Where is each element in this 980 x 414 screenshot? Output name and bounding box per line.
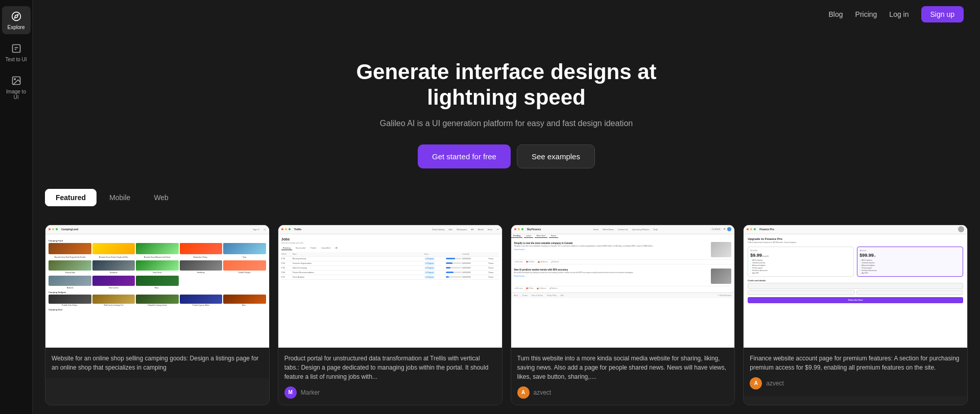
card-finance-news-author: A azvect <box>517 386 729 399</box>
tabs-section: Featured Mobile Web <box>33 189 980 225</box>
card-finance-premium-author: A azvect <box>750 377 961 389</box>
sidebar: Explore Text to UI Image to UI <box>0 0 33 414</box>
svg-rect-2 <box>12 45 20 53</box>
card-trellis-desc: Product portal for unstructured data tra… <box>284 354 496 381</box>
card-camping[interactable]: CampingLand Sign In 🛒 Camping Food <box>45 225 270 405</box>
tab-featured[interactable]: Featured <box>45 189 97 206</box>
card-trellis-avatar: M <box>284 386 297 399</box>
sidebar-item-explore[interactable]: Explore <box>2 6 31 34</box>
text-to-ui-icon <box>10 42 22 55</box>
signup-button[interactable]: Sign up <box>921 6 964 22</box>
card-camping-desc: Website for an online shop selling campi… <box>52 354 263 372</box>
card-camping-info: Website for an online shop selling campi… <box>45 348 269 378</box>
tab-mobile[interactable]: Mobile <box>99 189 141 206</box>
sidebar-item-text-to-ui-label: Text to UI <box>5 57 27 62</box>
card-finance-news-avatar: A <box>517 386 530 399</box>
card-finance-news-desc: Turn this website into a more kinda soci… <box>517 354 729 381</box>
svg-point-0 <box>12 12 20 21</box>
card-trellis-info: Product portal for unstructured data tra… <box>278 348 502 405</box>
tab-web[interactable]: Web <box>143 189 179 206</box>
explore-icon <box>10 10 22 22</box>
pricing-link[interactable]: Pricing <box>855 10 877 18</box>
card-finance-news[interactable]: SkyFinance Home World News Contact Us Up… <box>511 225 735 405</box>
card-trellis-author: M Marker <box>284 386 496 399</box>
hero-subtitle: Galileo AI is a UI generation platform f… <box>53 119 960 128</box>
sidebar-item-explore-label: Explore <box>8 25 25 30</box>
topnav: Blog Pricing Log in Sign up <box>33 0 980 29</box>
card-finance-news-author-name: azvect <box>534 389 552 396</box>
blog-link[interactable]: Blog <box>829 10 843 18</box>
image-to-ui-icon <box>10 75 22 87</box>
tabs: Featured Mobile Web <box>45 189 968 206</box>
login-link[interactable]: Log in <box>889 10 909 18</box>
card-finance-news-info: Turn this website into a more kinda soci… <box>511 348 735 405</box>
hero-buttons: Get started for free See examples <box>53 144 960 168</box>
card-trellis-author-name: Marker <box>301 389 320 396</box>
sidebar-item-text-to-ui[interactable]: Text to UI <box>2 38 31 66</box>
sidebar-item-image-to-ui[interactable]: Image to UI <box>2 70 31 104</box>
get-started-button[interactable]: Get started for free <box>418 144 511 168</box>
card-finance-premium[interactable]: Finance Pro Upgrade to Finance Pro Unloc… <box>743 225 968 405</box>
main-content: Generate interface designs at lightning … <box>33 0 980 414</box>
card-trellis-preview: Trellis Data Catalog Jobs Workspace AR M… <box>278 225 502 348</box>
hero-section: Generate interface designs at lightning … <box>33 29 980 189</box>
cards-grid: CampingLand Sign In 🛒 Camping Food <box>33 225 980 414</box>
card-finance-premium-preview: Finance Pro Upgrade to Finance Pro Unloc… <box>744 225 967 348</box>
card-finance-premium-avatar: A <box>750 377 762 389</box>
card-camping-preview: CampingLand Sign In 🛒 Camping Food <box>45 225 269 348</box>
card-finance-premium-info: Finance website account page for premium… <box>744 348 967 396</box>
see-examples-button[interactable]: See examples <box>517 144 595 168</box>
card-trellis[interactable]: Trellis Data Catalog Jobs Workspace AR M… <box>278 225 503 405</box>
svg-point-6 <box>14 79 15 80</box>
card-finance-news-preview: SkyFinance Home World News Contact Us Up… <box>511 225 735 348</box>
svg-marker-1 <box>14 14 18 18</box>
card-finance-premium-author-name: azvect <box>766 380 784 387</box>
hero-title: Generate interface designs at lightning … <box>328 59 685 111</box>
card-finance-premium-desc: Finance website account page for premium… <box>750 354 961 372</box>
sidebar-item-image-to-ui-label: Image to UI <box>5 89 28 100</box>
